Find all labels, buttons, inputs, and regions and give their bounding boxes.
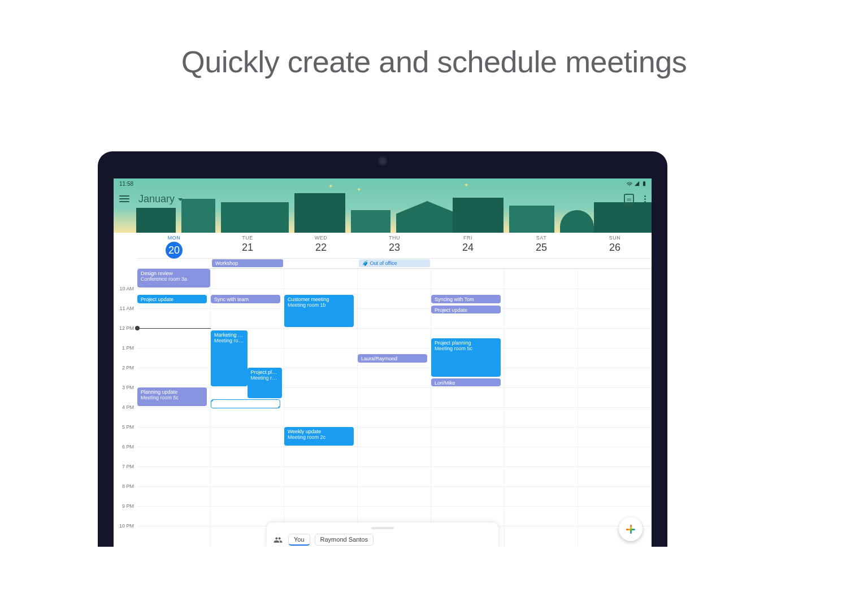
day-number: 25	[505, 242, 578, 254]
day-abbr: TUE	[211, 235, 284, 241]
day-column[interactable]: Syncing with TomProject updateProject pl…	[431, 269, 505, 547]
calendar-event[interactable]: Weekly updateMeeting room 2c	[284, 427, 354, 446]
day-number: 26	[578, 242, 652, 254]
event-title: Sync with team	[214, 297, 277, 302]
event-title: Planning update	[141, 389, 203, 395]
status-bar: 11:58	[114, 178, 652, 188]
overflow-menu-icon[interactable]	[644, 195, 646, 203]
event-title: Customer meeting	[288, 297, 350, 302]
day-number: 23	[358, 242, 431, 254]
calendar-event[interactable]: Syncing with Tom	[431, 295, 501, 304]
allday-row: Workshop🧳 Out of office	[137, 259, 652, 269]
hour-label: 5 PM	[122, 424, 134, 430]
calendar-event[interactable]: Project update	[431, 306, 501, 313]
day-number: 21	[211, 242, 284, 254]
event-subtitle: Meeting room	[214, 338, 244, 343]
event-title: Laura/Raymond	[361, 356, 424, 361]
people-icon	[274, 535, 283, 544]
day-column[interactable]: Design reviewConference room 3aProject u…	[137, 269, 211, 547]
calendar-event[interactable]: Project update	[137, 295, 207, 304]
chevron-down-icon	[178, 198, 183, 201]
day-header[interactable]: FRI24	[431, 233, 505, 259]
create-event-fab[interactable]	[619, 517, 643, 541]
marketing-headline: Quickly create and schedule meetings	[0, 44, 868, 79]
hour-label: 11 AM	[119, 306, 134, 311]
hour-label: 4 PM	[122, 404, 134, 410]
day-header-row: MON20TUE21WED22THU23FRI24SAT25SUN26	[137, 233, 652, 259]
allday-event-title: Workshop	[215, 260, 238, 266]
hour-label: 8 PM	[122, 483, 134, 489]
day-abbr: THU	[358, 235, 431, 241]
allday-slot	[284, 259, 358, 268]
day-column[interactable]: Laura/Raymond	[358, 269, 431, 547]
month-picker[interactable]: January	[138, 193, 183, 205]
calendar-event[interactable]: Marketing workshopMeeting room	[211, 330, 248, 387]
event-title: Marketing workshop	[214, 332, 244, 338]
hour-label: 9 PM	[122, 503, 134, 509]
event-title: Project planning	[435, 340, 497, 346]
day-header[interactable]: SUN26	[578, 233, 652, 259]
event-title: Design review	[141, 271, 207, 276]
day-columns: Design reviewConference room 3aProject u…	[137, 269, 652, 547]
time-gutter: 10 AM11 AM12 PM1 PM2 PM3 PM4 PM5 PM6 PM7…	[114, 269, 137, 547]
calendar-event[interactable]: Project planningMeeting room	[248, 368, 283, 398]
now-indicator	[137, 328, 211, 329]
hour-label: 3 PM	[122, 385, 134, 390]
calendar-event[interactable]: Design reviewConference room 3a	[137, 269, 210, 287]
allday-event[interactable]: Workshop	[212, 259, 283, 267]
calendar-event[interactable]: Planning updateMeeting room 5c	[137, 387, 207, 406]
time-grid[interactable]: 10 AM11 AM12 PM1 PM2 PM3 PM4 PM5 PM6 PM7…	[114, 269, 652, 547]
now-indicator-dot	[135, 326, 140, 330]
event-subtitle: Meeting room	[251, 375, 279, 381]
event-title: Project update	[435, 307, 497, 313]
calendar-event[interactable]: Lori/Mike	[431, 378, 501, 386]
allday-slot	[137, 259, 211, 268]
day-abbr: SAT	[505, 235, 578, 241]
calendar-event[interactable]: Project planningMeeting room 5c	[431, 338, 501, 377]
day-header[interactable]: SAT25	[505, 233, 578, 259]
status-time: 11:58	[119, 181, 133, 187]
day-abbr: MON	[137, 235, 211, 241]
day-header[interactable]: WED22	[284, 233, 358, 259]
briefcase-icon: 🧳	[362, 260, 370, 266]
hour-label: 12 PM	[119, 325, 134, 331]
day-column[interactable]: Sync with teamMarketing workshopMeeting …	[211, 269, 284, 547]
status-icons	[627, 181, 647, 186]
calendar-event[interactable]: Laura/Raymond	[358, 354, 427, 363]
event-title: Weekly update	[288, 429, 350, 434]
day-column[interactable]	[578, 269, 652, 547]
tablet-frame: ✦ ✦ ✦ 11:58 Janua	[98, 151, 667, 547]
calendar-event[interactable]: Sync with team	[211, 295, 280, 304]
event-title: Lori/Mike	[435, 380, 497, 386]
event-subtitle: Conference room 3a	[141, 276, 207, 282]
attendee-chip[interactable]: Raymond Santos	[315, 534, 374, 546]
day-column[interactable]	[505, 269, 578, 547]
month-label: January	[138, 193, 175, 205]
hour-label: 2 PM	[122, 365, 134, 371]
event-subtitle: Meeting room 5c	[141, 395, 203, 400]
wifi-icon	[627, 181, 632, 186]
day-header[interactable]: TUE21	[211, 233, 284, 259]
hour-label: 6 PM	[122, 444, 134, 450]
day-header[interactable]: MON20	[137, 233, 211, 259]
day-header[interactable]: THU23	[358, 233, 431, 259]
allday-event[interactable]: 🧳 Out of office	[359, 259, 430, 267]
attendee-sheet[interactable]: YouRaymond Santos	[267, 522, 498, 547]
event-title: Syncing with Tom	[435, 297, 497, 302]
day-number: 20	[166, 242, 183, 259]
day-abbr: WED	[284, 235, 358, 241]
allday-slot: 🧳 Out of office	[358, 259, 431, 268]
event-title: Project update	[141, 297, 203, 302]
today-button[interactable]	[624, 194, 634, 204]
sheet-drag-handle[interactable]	[371, 527, 394, 529]
attendee-chip[interactable]: You	[288, 534, 310, 546]
hour-label: 1 PM	[122, 345, 134, 351]
menu-icon[interactable]	[119, 195, 129, 202]
day-number: 22	[284, 242, 358, 254]
new-event-selection[interactable]	[211, 399, 280, 408]
allday-slot	[505, 259, 578, 268]
calendar-event[interactable]: Customer meetingMeeting room 1b	[284, 295, 354, 328]
event-title: Project planning	[251, 369, 279, 375]
day-column[interactable]: Customer meetingMeeting room 1bWeekly up…	[284, 269, 358, 547]
day-abbr: FRI	[431, 235, 505, 241]
